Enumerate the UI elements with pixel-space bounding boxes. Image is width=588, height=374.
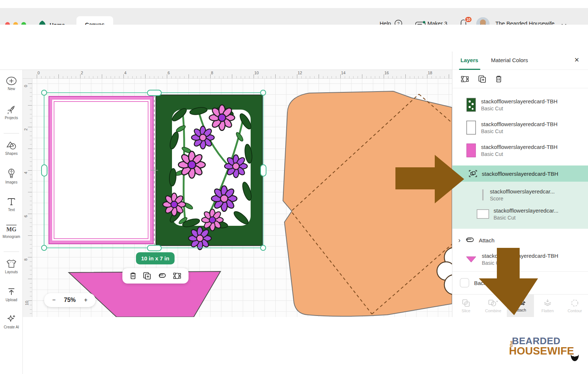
flatten-button[interactable]: Flatten bbox=[534, 295, 561, 317]
close-panel-icon[interactable]: × bbox=[574, 55, 579, 65]
tab-layers[interactable]: Layers bbox=[460, 57, 478, 63]
card-front-shape[interactable] bbox=[49, 96, 153, 244]
sidebar-divider bbox=[4, 133, 19, 133]
contour-icon bbox=[571, 299, 579, 307]
notification-count-badge: 10 bbox=[465, 16, 472, 23]
layer-row-green-panel[interactable]: stackofflowerslayeredcard-TBH Basic Cut bbox=[452, 93, 588, 116]
attach-icon[interactable] bbox=[158, 273, 166, 279]
images-icon bbox=[7, 168, 16, 179]
group-icon bbox=[469, 170, 477, 177]
sidebar-label: Projects bbox=[5, 116, 18, 120]
project-header: Untitled Project* Save My Stuff a Subscr… bbox=[0, 25, 588, 50]
attach-group-icon bbox=[465, 237, 474, 243]
contour-button[interactable]: Contour bbox=[561, 295, 588, 317]
sidebar-item-shapes[interactable]: Shapes bbox=[0, 140, 23, 156]
expand-chevron-icon[interactable]: › bbox=[458, 236, 460, 244]
envelope-shape[interactable] bbox=[283, 91, 452, 316]
duplicate-layer-icon[interactable] bbox=[478, 75, 486, 83]
layer-row-envelope-cut[interactable]: stackofflowerslayeredcar... Basic Cut bbox=[452, 204, 588, 224]
sidebar-divider bbox=[4, 252, 19, 252]
layers-toolbar bbox=[452, 70, 588, 88]
layer-name: stackofflowerslayeredcar... bbox=[490, 188, 555, 195]
layer-thumbnail bbox=[466, 143, 476, 157]
notification-count: 10 bbox=[466, 18, 470, 22]
panel-divider bbox=[452, 271, 588, 272]
delete-layer-icon[interactable] bbox=[495, 75, 502, 83]
sidebar-label: Upload bbox=[6, 298, 17, 302]
layer-type: Basic Cut bbox=[482, 260, 558, 266]
combine-icon bbox=[488, 299, 498, 307]
layer-type: Basic Cut bbox=[494, 215, 558, 221]
sidebar-item-upload[interactable]: Upload bbox=[0, 287, 23, 302]
window-titlebar bbox=[0, 0, 588, 8]
slice-icon bbox=[462, 299, 470, 307]
text-icon bbox=[7, 197, 16, 206]
attach-group-row[interactable]: › Attach bbox=[452, 232, 588, 249]
tab-material-colors[interactable]: Material Colors bbox=[491, 57, 528, 63]
layer-type: Basic Cut bbox=[481, 128, 557, 134]
combine-button[interactable]: Combine bbox=[480, 295, 507, 317]
watermark-line2: HOUSEWIFE bbox=[509, 345, 574, 357]
layer-name: stackofflowerslayeredcar... bbox=[494, 207, 558, 214]
size-badge-label: 10 in x 7 in bbox=[141, 255, 169, 261]
sidebar-label: Shapes bbox=[5, 152, 18, 156]
background-swatch[interactable] bbox=[460, 278, 469, 288]
sidebar-label: Layouts bbox=[5, 270, 18, 274]
cursor-icon bbox=[520, 299, 526, 306]
sync-layers-icon[interactable] bbox=[460, 75, 469, 83]
beard-icon bbox=[570, 353, 580, 362]
duplicate-icon[interactable] bbox=[143, 272, 151, 280]
slice-label: Slice bbox=[462, 309, 470, 313]
projects-icon bbox=[6, 105, 17, 114]
layer-thumbnail bbox=[466, 256, 477, 263]
weld-icon[interactable] bbox=[173, 272, 182, 280]
background-row[interactable]: Background bbox=[452, 275, 588, 291]
layer-thumbnail bbox=[466, 98, 476, 112]
shapes-icon bbox=[6, 140, 17, 150]
sidebar-item-images[interactable]: Images bbox=[0, 168, 23, 184]
zoom-level: 75% bbox=[64, 297, 76, 303]
layer-name: stackofflowerslayeredcard-TBH bbox=[482, 253, 558, 259]
layer-name: stackofflowerslayeredcard-TBH bbox=[481, 121, 557, 127]
active-tab-underline bbox=[459, 69, 480, 70]
design-canvas[interactable]: 0 2 4 6 8 10 12 14 16 18 0 2 4 6 8 10 bbox=[23, 70, 452, 317]
sidebar-label: Create AI bbox=[4, 325, 19, 329]
sidebar-label: Text bbox=[8, 208, 15, 212]
background-label: Background bbox=[474, 280, 503, 286]
sidebar-item-monogram[interactable]: MG Monogram bbox=[0, 224, 23, 239]
flatten-icon bbox=[543, 299, 552, 307]
selection-size-badge: 10 in x 7 in bbox=[136, 252, 175, 264]
contour-label: Contour bbox=[567, 309, 582, 313]
selected-group-row[interactable]: stackofflowerslayeredcard-TBH bbox=[452, 165, 588, 182]
layer-row-pink-base[interactable]: stackofflowerslayeredcard-TBH Basic Cut bbox=[452, 139, 588, 162]
delete-icon[interactable] bbox=[129, 272, 137, 280]
attach-label: Attach bbox=[514, 308, 526, 312]
svg-text:MG: MG bbox=[6, 226, 17, 232]
layouts-icon bbox=[6, 259, 17, 268]
zoom-in-button[interactable]: + bbox=[84, 297, 87, 303]
cricut-design-space-app: Home Canvas Help ? Maker 3 10 bbox=[0, 0, 588, 374]
layer-type: Score bbox=[490, 196, 555, 202]
slice-button[interactable]: Slice bbox=[452, 295, 480, 317]
layer-row-white-liner[interactable]: stackofflowerslayeredcard-TBH Basic Cut bbox=[452, 116, 588, 139]
layer-type: Basic Cut bbox=[481, 106, 557, 111]
layer-thumbnail bbox=[482, 189, 484, 201]
sidebar-item-text[interactable]: Text bbox=[0, 197, 23, 212]
group-name: stackofflowerslayeredcard-TBH bbox=[482, 171, 558, 177]
flatten-label: Flatten bbox=[541, 309, 554, 313]
layer-thumbnail bbox=[466, 121, 476, 135]
canvas-artwork bbox=[23, 70, 452, 317]
layer-row-score[interactable]: stackofflowerslayeredcar... Score bbox=[452, 185, 588, 204]
create-ai-icon bbox=[6, 313, 17, 324]
sidebar-item-create-ai[interactable]: Create AI bbox=[0, 313, 23, 329]
layer-row-flap[interactable]: stackofflowerslayeredcard-TBH Basic Cut bbox=[452, 249, 588, 270]
selection-mini-toolbar bbox=[122, 268, 189, 284]
zoom-out-button[interactable]: − bbox=[52, 297, 55, 303]
sidebar-item-new[interactable]: New bbox=[0, 76, 23, 91]
sidebar-item-projects[interactable]: Projects bbox=[0, 105, 23, 120]
sidebar-item-layouts[interactable]: Layouts bbox=[0, 259, 23, 274]
attach-button[interactable]: Attach bbox=[507, 295, 534, 317]
attach-group-label: Attach bbox=[479, 237, 495, 243]
sidebar-label: Monogram bbox=[3, 235, 20, 239]
layer-name: stackofflowerslayeredcard-TBH bbox=[481, 98, 557, 104]
